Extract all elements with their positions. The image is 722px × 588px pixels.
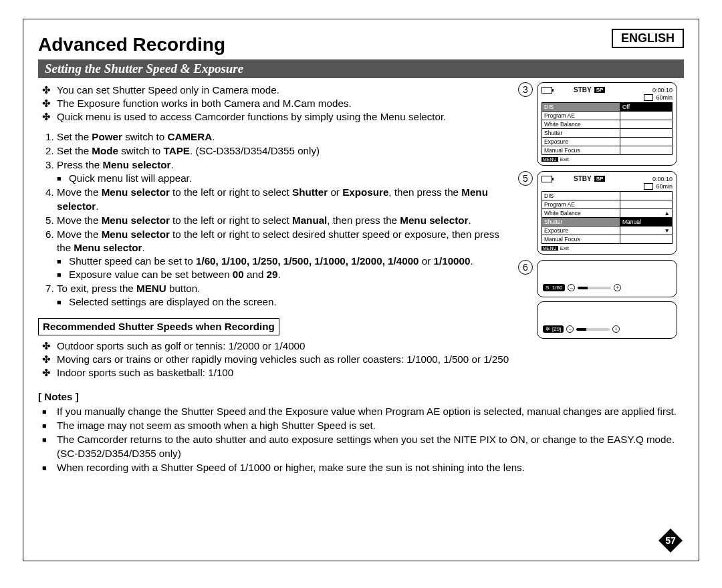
stby-label: STBY	[574, 86, 592, 94]
battery-icon	[542, 87, 552, 94]
main-text-column: You can set Shutter Speed only in Camera…	[38, 82, 513, 386]
sp-label: SP	[594, 176, 606, 182]
page-number-badge: 57	[657, 527, 684, 554]
exit-label: Exit	[560, 245, 569, 251]
tape-remaining: 60min	[656, 94, 673, 101]
exit-label: Exit	[560, 156, 569, 162]
lcd-screen-6-exposure: ✲ [29] – +	[537, 301, 677, 339]
page-number: 57	[657, 535, 684, 546]
minus-icon: –	[568, 284, 575, 291]
shutter-value: S. 1/60	[543, 284, 565, 291]
step-sub: Selected settings are displayed on the s…	[69, 295, 513, 309]
tape-remaining: 60min	[656, 183, 673, 190]
steps-list: Set the Power switch to CAMERA. Set the …	[38, 130, 513, 309]
slider-track	[578, 287, 611, 289]
minus-icon: –	[566, 325, 574, 333]
page-title: Advanced Recording	[38, 34, 684, 55]
step-reference-3: 3	[518, 82, 533, 97]
stby-label: STBY	[574, 175, 592, 182]
step-sub: Exposure value can be set between 00 and…	[69, 268, 513, 281]
intro-item: The Exposure function works in both Came…	[57, 97, 513, 110]
section-subtitle: Setting the Shutter Speed & Exposure	[38, 59, 684, 78]
note-item: The image may not seem as smooth when a …	[57, 419, 684, 432]
lcd-screen-5: STBY SP 0:00:10 60min DIS Program AE Whi…	[537, 171, 677, 255]
recommendation-list: Outdoor sports such as golf or tennis: 1…	[38, 339, 513, 380]
step: To exit, press the MENU button. Selected…	[57, 282, 513, 309]
language-indicator: ENGLISH	[612, 29, 684, 48]
exposure-value: ✲ [29]	[543, 325, 564, 333]
step: Set the Power switch to CAMERA.	[57, 130, 513, 144]
aperture-icon: ✲	[546, 326, 550, 332]
time-label: 0:00:10	[652, 87, 673, 94]
recommendation-item: Indoor sports such as basketball: 1/100	[57, 366, 513, 380]
step-sub: Shutter speed can be set to 1/60, 1/100,…	[69, 255, 513, 268]
step: Set the Mode switch to TAPE. (SC-D353/D3…	[57, 144, 513, 158]
tape-icon	[644, 94, 653, 101]
note-item: When recording with a Shutter Speed of 1…	[57, 461, 684, 474]
manual-page: ENGLISH Advanced Recording Setting the S…	[23, 19, 699, 561]
lcd-screen-6-shutter: S. 1/60 – +	[537, 260, 677, 297]
lcd-screen-3: STBY SP 0:00:10 60min DISOff Program AE …	[537, 82, 677, 166]
menu-tag-icon: MENU	[542, 246, 558, 251]
plus-icon: +	[614, 284, 621, 291]
quick-menu: DIS Program AE White Balance▲ ShutterMan…	[542, 191, 673, 244]
quick-menu: DISOff Program AE White Balance Shutter …	[542, 102, 673, 155]
screen-illustrations: 3 STBY SP 0:00:10 60min DISOff Program A…	[518, 82, 684, 386]
step: Move the Menu selector to the left or ri…	[57, 186, 513, 212]
notes-list: If you manually change the Shutter Speed…	[38, 405, 684, 474]
plus-icon: +	[612, 325, 620, 333]
intro-item: Quick menu is used to access Camcorder f…	[57, 110, 513, 124]
battery-icon	[542, 176, 552, 182]
sp-label: SP	[594, 87, 606, 93]
note-item: If you manually change the Shutter Speed…	[57, 405, 684, 418]
recommendation-heading: Recommended Shutter Speeds when Recordin…	[38, 318, 279, 335]
note-item: The Camcorder returns to the auto shutte…	[57, 433, 684, 460]
menu-tag-icon: MENU	[542, 157, 558, 162]
notes-heading: [ Notes ]	[38, 390, 684, 404]
step: Press the Menu selector. Quick menu list…	[57, 158, 513, 185]
step: Move the Menu selector to the left or ri…	[57, 228, 513, 281]
tape-icon	[644, 183, 653, 190]
time-label: 0:00:10	[652, 176, 673, 182]
step: Move the Menu selector to the left or ri…	[57, 214, 513, 227]
slider-track	[576, 328, 610, 331]
step-reference-5: 5	[518, 171, 533, 186]
recommendation-item: Moving cars or trains or other rapidly m…	[57, 353, 513, 366]
recommendation-item: Outdoor sports such as golf or tennis: 1…	[57, 339, 513, 353]
step-reference-6: 6	[518, 260, 533, 275]
intro-list: You can set Shutter Speed only in Camera…	[38, 84, 513, 124]
step-sub: Quick menu list will appear.	[69, 172, 513, 185]
intro-item: You can set Shutter Speed only in Camera…	[57, 84, 513, 97]
